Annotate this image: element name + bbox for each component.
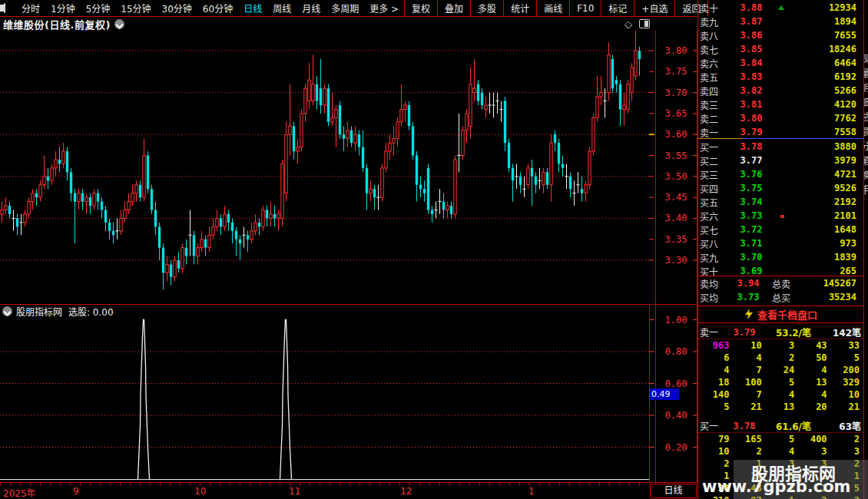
- level-label: 卖二: [698, 112, 726, 125]
- period-tab[interactable]: 30分钟: [162, 2, 192, 15]
- period-tab[interactable]: 周线: [273, 2, 291, 15]
- top-toolbar: 分时1分钟5分钟15分钟30分钟60分钟日线周线月线多周期更多 > 复权叠加多股…: [0, 0, 697, 17]
- deep-quote-link-label: 查看千档盘口: [757, 307, 817, 322]
- order-book-row[interactable]: 卖四3.825266: [698, 84, 864, 97]
- level-volume: 3979: [777, 155, 864, 166]
- split-pane-icon[interactable]: [639, 19, 650, 28]
- level-price: 3.84: [726, 58, 777, 68]
- candlestick-chart[interactable]: 3.803.753.703.653.603.553.503.453.403.35…: [0, 31, 697, 304]
- level-volume: 2101: [777, 210, 864, 221]
- period-tab[interactable]: 更多 >: [369, 2, 399, 15]
- period-tab[interactable]: 多周期: [331, 2, 359, 15]
- order-book-row[interactable]: 买三3.764721: [698, 167, 864, 181]
- svg-text:3.45: 3.45: [665, 192, 687, 203]
- level-label: 卖四: [698, 84, 726, 97]
- diamond-icon[interactable]: ◇: [624, 18, 632, 30]
- order-book-row[interactable]: 买八3.71973: [698, 236, 864, 250]
- svg-text:0.40: 0.40: [665, 410, 687, 421]
- level-label: 卖五: [698, 71, 726, 84]
- indicator-chart[interactable]: 1.000.800.600.400.20: [0, 304, 697, 482]
- tick-cell: 140: [698, 389, 731, 402]
- order-book-row[interactable]: 买一3.783880: [698, 140, 864, 154]
- svg-text:3.50: 3.50: [665, 171, 687, 182]
- order-book-row[interactable]: 卖七3.8518246: [698, 42, 864, 56]
- tick-cell: 3: [829, 446, 861, 458]
- window-layout-icon[interactable]: [4, 3, 5, 13]
- queue-header: 买一3.7861.6/笔63笔: [698, 419, 864, 431]
- order-book-row[interactable]: 买六3.732101: [698, 209, 864, 223]
- level-price: 3.69: [726, 266, 777, 276]
- order-book-row[interactable]: 卖三3.814120: [698, 97, 864, 111]
- period-tab[interactable]: 1分钟: [51, 2, 75, 15]
- tick-row: 521132021: [698, 402, 861, 414]
- side-tab-strip[interactable]: 现量明细总额分笔换手: [863, 0, 868, 499]
- toolbar-button[interactable]: 多股: [470, 0, 503, 16]
- level-price: 3.80: [726, 113, 777, 124]
- level-label: 买四: [698, 182, 726, 195]
- averages-box: 卖均 3.94 总卖 145267 买均 3.73 总买 35234: [698, 276, 864, 306]
- toolbar-button[interactable]: 叠加: [437, 0, 470, 16]
- order-book-row[interactable]: 卖二3.807762: [698, 111, 864, 125]
- toolbar-button[interactable]: 标记: [601, 0, 634, 16]
- period-tab[interactable]: 15分钟: [121, 2, 151, 15]
- level-volume: 1648: [777, 224, 864, 235]
- queue-side-label: 买一: [698, 419, 724, 432]
- indicator-title: 股朋指标网: [16, 305, 62, 318]
- level-price: 3.71: [726, 238, 777, 249]
- order-book-row[interactable]: 买二3.773979: [698, 154, 864, 167]
- level-volume: 973: [777, 238, 864, 249]
- tick-cell: 4: [764, 389, 796, 402]
- tick-cell: 18: [698, 377, 731, 389]
- period-menu: 分时1分钟5分钟15分钟30分钟60分钟日线周线月线多周期更多 >: [16, 2, 404, 15]
- order-book-row[interactable]: 卖一3.797558: [698, 125, 864, 139]
- tick-cell: 400: [796, 434, 828, 446]
- period-tab[interactable]: 月线: [302, 2, 320, 15]
- order-book-row[interactable]: 买四3.759526: [698, 181, 864, 195]
- chevron-down-icon[interactable]: [114, 19, 124, 29]
- period-tab[interactable]: 分时: [22, 2, 40, 15]
- order-book-row[interactable]: 卖十3.8812934: [698, 1, 864, 15]
- level-volume: 2192: [777, 197, 864, 207]
- period-label-box[interactable]: 日线: [650, 484, 697, 498]
- level-price: 3.76: [726, 169, 777, 180]
- toolbar-button[interactable]: +自选: [634, 0, 674, 16]
- toolbar-button[interactable]: 统计: [503, 0, 536, 16]
- level-volume: 1894: [777, 16, 864, 27]
- svg-text:1.00: 1.00: [665, 315, 687, 326]
- toolbar-button[interactable]: 复权: [404, 0, 437, 16]
- tick-cell: 2: [731, 446, 763, 458]
- order-book-row[interactable]: 卖五3.836192: [698, 70, 864, 84]
- queue-avg-per-trade: 61.6/笔: [764, 419, 823, 432]
- period-tab[interactable]: 5分钟: [86, 2, 111, 15]
- indicator-header: 股朋指标网 选股: 0.00: [0, 306, 114, 316]
- order-book-row[interactable]: 卖八3.867655: [698, 28, 864, 42]
- level-price: 3.79: [726, 127, 777, 137]
- order-book-row[interactable]: 卖九3.871894: [698, 15, 864, 28]
- chevron-down-icon[interactable]: [2, 306, 12, 316]
- tick-cell: 329: [829, 377, 861, 389]
- queue-header: 卖一3.7953.2/笔142笔: [698, 326, 864, 338]
- level-price: 3.72: [726, 224, 777, 235]
- order-book-row[interactable]: 买五3.742192: [698, 195, 864, 209]
- toolbar-button[interactable]: 画线: [536, 0, 569, 16]
- svg-text:3.30: 3.30: [665, 255, 687, 266]
- tick-cell: 20: [796, 402, 828, 414]
- side-tab-strip-text: 现量明细总额分笔换手: [863, 54, 868, 200]
- total-buy-value: 35234: [801, 292, 864, 302]
- lightning-icon: [745, 309, 753, 319]
- tick-cell: 165: [731, 434, 763, 446]
- level-label: 卖八: [698, 29, 726, 42]
- level-label: 买六: [698, 210, 726, 223]
- buy-avg-label: 买均: [698, 291, 726, 304]
- period-tab[interactable]: 日线: [244, 2, 262, 15]
- order-book-row[interactable]: 买九3.701839: [698, 250, 864, 264]
- tick-cell: 21: [731, 402, 763, 414]
- deep-quote-link[interactable]: 查看千档盘口: [698, 306, 864, 323]
- tick-cell: 24: [764, 365, 796, 377]
- level-volume: 7762: [777, 113, 864, 124]
- toolbar-button[interactable]: F10: [569, 0, 601, 16]
- period-tab[interactable]: 60分钟: [203, 2, 233, 15]
- order-book-row[interactable]: 卖六3.846464: [698, 56, 864, 70]
- order-book-row[interactable]: 买七3.721648: [698, 223, 864, 236]
- level-price: 3.75: [726, 183, 777, 193]
